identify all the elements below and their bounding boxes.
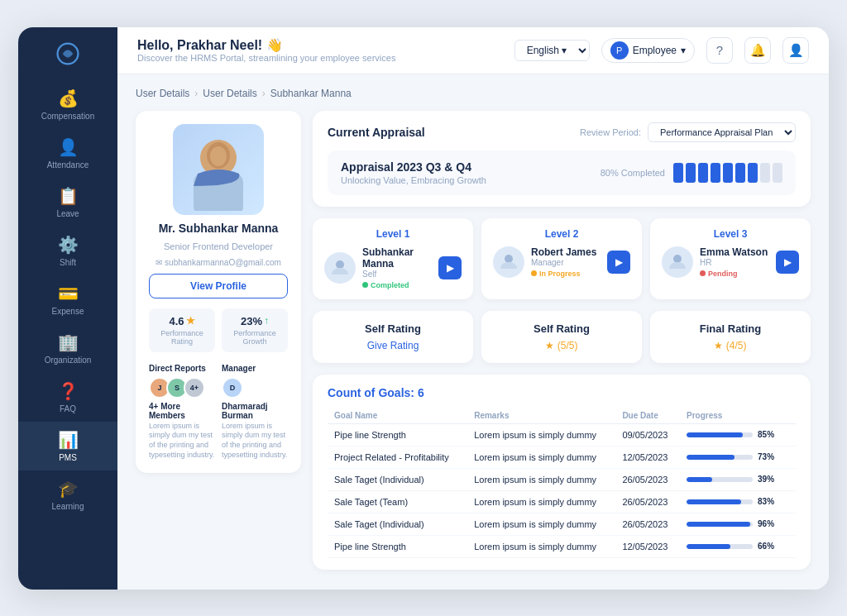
manager-avatar-row: D xyxy=(222,377,288,399)
attendance-icon: 👤 xyxy=(58,137,79,157)
level-user-3: Emma Watson HR Pending ▶ xyxy=(662,246,799,278)
shift-icon: ⚙️ xyxy=(58,235,79,255)
status-dot-2 xyxy=(531,270,537,276)
sidebar-item-faq[interactable]: ❓ FAQ xyxy=(18,373,117,422)
question-icon: ? xyxy=(716,43,723,57)
appraisal-inner: Appraisal 2023 Q3 & Q4 Unlocking Value, … xyxy=(328,150,796,195)
level-role-3: HR xyxy=(700,258,769,267)
organization-icon: 🏢 xyxy=(58,332,79,352)
progress-bar-9 xyxy=(773,163,782,183)
goal-due-date-6: 12/05/2023 xyxy=(615,535,680,557)
appraisal-card: Current Appraisal Review Period: Perform… xyxy=(313,111,811,207)
breadcrumb-item-1[interactable]: User Details xyxy=(136,88,189,99)
goal-name-6: Pipe line Strength xyxy=(328,535,467,557)
manager-name: Dharmaradj Burman xyxy=(222,402,288,420)
sidebar-item-label: Attendance xyxy=(47,160,89,170)
breadcrumb-item-2[interactable]: User Details xyxy=(203,88,256,99)
sidebar-item-shift[interactable]: ⚙️ Shift xyxy=(18,227,117,275)
level-play-button-3[interactable]: ▶ xyxy=(776,251,799,274)
employee-email: ✉ subhankarmannaO@gmail.com xyxy=(156,258,281,267)
table-row: Sale Taget (Individual) Lorem ipsum is s… xyxy=(328,468,796,490)
level-name-1: Subhankar Manna xyxy=(362,246,432,270)
sidebar-item-label: Learning xyxy=(52,502,84,511)
help-button[interactable]: ? xyxy=(706,37,733,64)
rating-card-3: Final Rating ★ (4/5) xyxy=(650,311,811,363)
right-content: Current Appraisal Review Period: Perform… xyxy=(313,111,811,570)
goal-due-date-4: 26/05/2023 xyxy=(615,490,680,513)
goal-progress-3: 39% xyxy=(680,468,796,490)
subtitle-text: Discover the HRMS Portal, streamlining y… xyxy=(137,53,395,63)
progress-label: 80% Completed xyxy=(601,168,665,178)
language-select[interactable]: English ▾ xyxy=(514,40,590,61)
manager-title: Manager xyxy=(222,364,288,373)
sidebar: 💰 Compensation 👤 Attendance 📋 Leave ⚙️ S… xyxy=(18,27,117,590)
notifications-button[interactable]: 🔔 xyxy=(744,37,771,64)
table-row: Project Related - Profitability Lorem ip… xyxy=(328,446,796,468)
level-play-button-2[interactable]: ▶ xyxy=(607,251,630,274)
svg-point-6 xyxy=(505,255,513,263)
level-status-3: Pending xyxy=(700,270,769,278)
topbar-left: Hello, Prakhar Neel! 👋 Discover the HRMS… xyxy=(137,37,395,63)
employee-role: Senior Frontend Developer xyxy=(164,241,273,251)
rating-label-3: Final Rating xyxy=(662,322,799,335)
level-play-button-1[interactable]: ▶ xyxy=(438,256,462,279)
level-status-2: In Progress xyxy=(531,270,601,278)
topbar: Hello, Prakhar Neel! 👋 Discover the HRMS… xyxy=(117,27,829,74)
view-profile-button[interactable]: View Profile xyxy=(149,274,288,298)
sidebar-item-label: Organization xyxy=(45,356,92,365)
review-period-label: Review Period: xyxy=(580,127,641,137)
sidebar-item-expense[interactable]: 💳 Expense xyxy=(18,275,117,324)
review-period-select[interactable]: Performance Appraisal Plan xyxy=(648,122,796,142)
table-row: Pipe line Strength Lorem ipsum is simply… xyxy=(328,535,796,557)
role-badge[interactable]: P Employee ▾ xyxy=(601,38,695,63)
sidebar-item-label: FAQ xyxy=(60,404,76,413)
sidebar-item-learning[interactable]: 🎓 Learning xyxy=(18,470,117,519)
goal-progress-1: 85% xyxy=(680,423,796,446)
breadcrumb-sep-1: › xyxy=(194,88,198,99)
profile-button[interactable]: 👤 xyxy=(782,37,809,64)
goal-remarks-4: Lorem ipsum is simply dummy xyxy=(467,490,615,513)
level-title-2: Level 2 xyxy=(493,228,630,240)
goal-progress-4: 83% xyxy=(680,490,796,513)
level-name-3: Emma Watson xyxy=(700,246,769,258)
profile-icon: 👤 xyxy=(788,43,804,58)
review-period: Review Period: Performance Appraisal Pla… xyxy=(580,122,796,142)
level-info-1: Subhankar Manna Self Completed xyxy=(362,246,432,289)
level-user-1: Subhankar Manna Self Completed ▶ xyxy=(324,246,462,289)
svg-point-7 xyxy=(673,255,682,263)
rating-stars-2: ★ (5/5) xyxy=(493,340,630,351)
level-status-1: Completed xyxy=(362,281,432,289)
mini-bar-bg-5 xyxy=(687,522,753,527)
mini-bar-fill-2 xyxy=(687,455,735,460)
level-card-3: Level 3 Emma Watson HR Pending ▶ xyxy=(650,218,811,299)
progress-bars xyxy=(673,163,782,183)
level-info-3: Emma Watson HR Pending xyxy=(700,246,769,278)
rating-card-2: Self Rating ★ (5/5) xyxy=(481,311,642,363)
sidebar-item-leave[interactable]: 📋 Leave xyxy=(18,178,117,227)
level-card-1: Level 1 Subhankar Manna Self Completed ▶ xyxy=(313,218,473,299)
sidebar-item-label: Shift xyxy=(60,258,76,267)
growth-label: Performance Growth xyxy=(227,329,283,346)
pms-icon: 📊 xyxy=(58,430,79,450)
level-avatar-3 xyxy=(662,246,693,278)
appraisal-sub: Unlocking Value, Embracing Growth xyxy=(341,175,486,185)
goal-remarks-1: Lorem ipsum is simply dummy xyxy=(467,423,615,446)
progress-bar-cell-3: 39% xyxy=(687,475,789,484)
goals-table: Goal Name Remarks Due Date Progress Pipe… xyxy=(328,408,796,558)
topbar-right: English ▾ P Employee ▾ ? 🔔 👤 xyxy=(514,37,809,64)
give-rating-link[interactable]: Give Rating xyxy=(324,340,462,351)
sidebar-item-label: Compensation xyxy=(41,112,94,121)
direct-reports-block: Direct Reports J S 4+ 4+ More Members Lo… xyxy=(149,364,215,461)
learning-icon: 🎓 xyxy=(58,479,79,499)
col-goal-name: Goal Name xyxy=(328,408,467,424)
progress-bar-8 xyxy=(760,163,770,183)
avatars-row: J S 4+ xyxy=(149,377,215,399)
goals-title: Count of Goals: 6 xyxy=(328,386,796,399)
appraisal-title: Current Appraisal xyxy=(328,126,425,139)
mini-bar-bg-3 xyxy=(687,477,753,482)
sidebar-item-organization[interactable]: 🏢 Organization xyxy=(18,324,117,373)
sidebar-item-attendance[interactable]: 👤 Attendance xyxy=(18,129,117,178)
sidebar-item-pms[interactable]: 📊 PMS xyxy=(18,422,117,470)
sidebar-item-compensation[interactable]: 💰 Compensation xyxy=(18,80,117,129)
pct-text-5: 96% xyxy=(758,519,779,528)
